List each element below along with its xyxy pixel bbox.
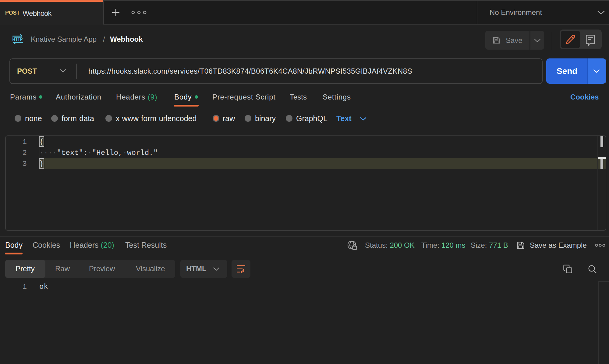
svg-text:HTTP: HTTP [12,37,23,42]
